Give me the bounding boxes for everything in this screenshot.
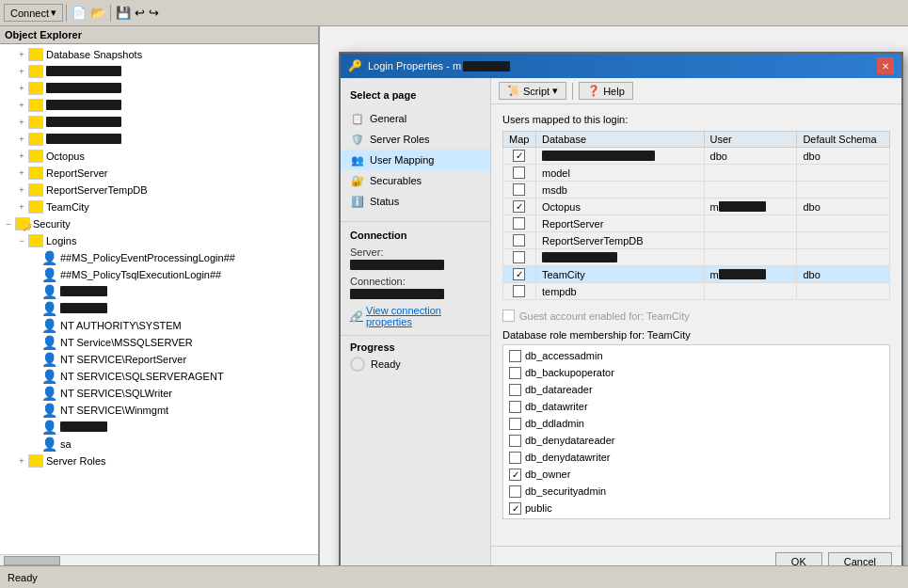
tree-item-login-user-3[interactable]: 👤 (0, 419, 318, 436)
expand-icon[interactable]: + (15, 116, 28, 129)
role-checkbox[interactable] (509, 469, 521, 481)
table-row-selected[interactable]: TeamCity m dbo (503, 266, 890, 283)
expand-icon[interactable]: + (15, 65, 28, 78)
map-checkbox[interactable] (513, 234, 525, 246)
oe-hscroll-thumb[interactable] (4, 556, 60, 565)
tree-item-db-3[interactable]: + (0, 97, 318, 114)
role-checkbox[interactable] (509, 350, 521, 362)
map-cell[interactable] (503, 215, 536, 232)
expand-icon[interactable]: + (15, 48, 28, 61)
nav-item-securables[interactable]: 🔐 Securables (341, 170, 490, 191)
map-cell[interactable] (503, 249, 536, 266)
map-checkbox[interactable] (513, 285, 525, 297)
table-row[interactable]: msdb (503, 182, 890, 199)
role-checkbox[interactable] (509, 435, 521, 447)
expand-icon[interactable]: + (15, 150, 28, 163)
expand-icon[interactable]: + (15, 133, 28, 146)
role-item-db_owner[interactable]: db_owner (505, 466, 887, 483)
script-button[interactable]: 📜 Script ▾ (499, 82, 566, 100)
expand-icon[interactable]: + (15, 82, 28, 95)
map-checkbox[interactable] (513, 150, 525, 162)
tree-item-db-4[interactable]: + (0, 114, 318, 131)
dialog-close-button[interactable]: ✕ (877, 57, 894, 74)
tree-item-octopus[interactable]: + Octopus (0, 148, 318, 165)
role-item-db_denydatareader[interactable]: db_denydatareader (505, 432, 887, 449)
nav-item-user-mapping[interactable]: 👥 User Mapping (341, 150, 490, 170)
expand-icon[interactable]: + (15, 200, 28, 214)
map-cell[interactable] (503, 266, 536, 283)
role-item-db_datawriter[interactable]: db_datawriter (505, 398, 887, 415)
tree-item-db-1[interactable]: + (0, 63, 318, 80)
table-row[interactable]: model (503, 165, 890, 182)
table-row[interactable]: ReportServerTempDB (503, 232, 890, 249)
nav-item-server-roles[interactable]: 🛡️ Server Roles (341, 129, 490, 150)
nav-item-status[interactable]: ℹ️ Status (341, 191, 490, 212)
new-query-icon[interactable]: 📄 (72, 6, 87, 20)
tree-item-login-hash1[interactable]: 👤 ##MS_PolicyEventProcessingLogin## (0, 249, 318, 266)
table-row[interactable]: ReportServer (503, 215, 890, 232)
table-row[interactable]: tempdb (503, 283, 890, 300)
tree-item-login-user-2[interactable]: 👤 (0, 300, 318, 317)
role-checkbox[interactable] (509, 367, 521, 379)
map-checkbox[interactable] (513, 183, 525, 196)
expand-icon[interactable]: + (15, 454, 28, 468)
role-item-db_securityadmin[interactable]: db_securityadmin (505, 483, 887, 500)
expand-icon[interactable]: + (15, 167, 28, 180)
tree-item-db-5[interactable]: + (0, 131, 318, 148)
tree-item-login-user-1[interactable]: 👤 (0, 283, 318, 300)
role-item-db_accessadmin[interactable]: db_accessadmin (505, 347, 887, 364)
expand-icon[interactable]: + (15, 99, 28, 112)
tree-item-login-mssql[interactable]: 👤 NT Service\MSSQLSERVER (0, 334, 318, 351)
role-checkbox[interactable] (509, 384, 521, 396)
role-checkbox[interactable] (509, 418, 521, 430)
role-item-db_ddladmin[interactable]: db_ddladmin (505, 415, 887, 432)
undo-icon[interactable]: ↩ (135, 6, 145, 20)
redo-icon[interactable]: ↪ (149, 6, 159, 20)
table-row[interactable]: Octopus m dbo (503, 199, 890, 215)
help-button[interactable]: ❓ Help (579, 82, 633, 100)
tree-item-login-reportserver[interactable]: 👤 NT SERVICE\ReportServer (0, 351, 318, 368)
oe-hscroll[interactable] (0, 554, 318, 565)
expand-icon[interactable]: + (15, 183, 28, 197)
oe-tree[interactable]: + Database Snapshots + + (0, 44, 318, 554)
map-cell[interactable] (503, 283, 536, 300)
expand-icon[interactable]: − (15, 234, 28, 247)
open-file-icon[interactable]: 📂 (90, 6, 105, 20)
role-checkbox[interactable] (509, 452, 521, 464)
tree-item-login-sa[interactable]: 👤 sa (0, 436, 318, 453)
role-item-db_backupoperator[interactable]: db_backupoperator (505, 364, 887, 381)
role-item-public[interactable]: public (505, 500, 887, 516)
role-checkbox[interactable] (509, 502, 521, 515)
map-cell[interactable] (503, 199, 536, 215)
tree-item-teamcity[interactable]: + TeamCity (0, 199, 318, 215)
role-checkbox[interactable] (509, 401, 521, 413)
tree-item-reportserver[interactable]: + ReportServer (0, 165, 318, 182)
map-cell[interactable] (503, 182, 536, 199)
save-icon[interactable]: 💾 (116, 6, 131, 20)
tree-item-login-sqlwriter[interactable]: 👤 NT SERVICE\SQLWriter (0, 385, 318, 402)
tree-item-logins[interactable]: − Logins (0, 232, 318, 249)
tree-item-login-winmgmt[interactable]: 👤 NT SERVICE\Winmgmt (0, 402, 318, 419)
tree-item-server-roles[interactable]: + Server Roles (0, 453, 318, 469)
map-cell[interactable] (503, 232, 536, 249)
view-connection-link[interactable]: 🔗 View connection properties (350, 305, 481, 327)
tree-item-login-hash2[interactable]: 👤 ##MS_PolicyTsqlExecutionLogin## (0, 266, 318, 283)
tree-item-db-snapshots[interactable]: + Database Snapshots (0, 46, 318, 63)
table-row[interactable] (503, 249, 890, 266)
guest-checkbox[interactable] (502, 310, 515, 322)
role-item-db_denydatawriter[interactable]: db_denydatawriter (505, 449, 887, 466)
role-checkbox[interactable] (509, 485, 521, 498)
map-cell[interactable] (503, 148, 536, 165)
connect-button[interactable]: Connect ▾ (4, 4, 63, 22)
tree-item-db-2[interactable]: + (0, 80, 318, 97)
map-checkbox[interactable] (513, 167, 525, 179)
tree-item-security[interactable]: − 🔑 Security (0, 215, 318, 232)
expand-icon[interactable]: − (2, 217, 15, 230)
role-item-db_datareader[interactable]: db_datareader (505, 381, 887, 398)
map-cell[interactable] (503, 165, 536, 182)
table-row[interactable]: dbo dbo (503, 148, 890, 165)
nav-item-general[interactable]: 📋 General (341, 108, 490, 129)
tree-item-login-sqlagent[interactable]: 👤 NT SERVICE\SQLSERVERAGENT (0, 368, 318, 385)
map-checkbox[interactable] (513, 217, 525, 230)
map-checkbox[interactable] (513, 200, 525, 213)
